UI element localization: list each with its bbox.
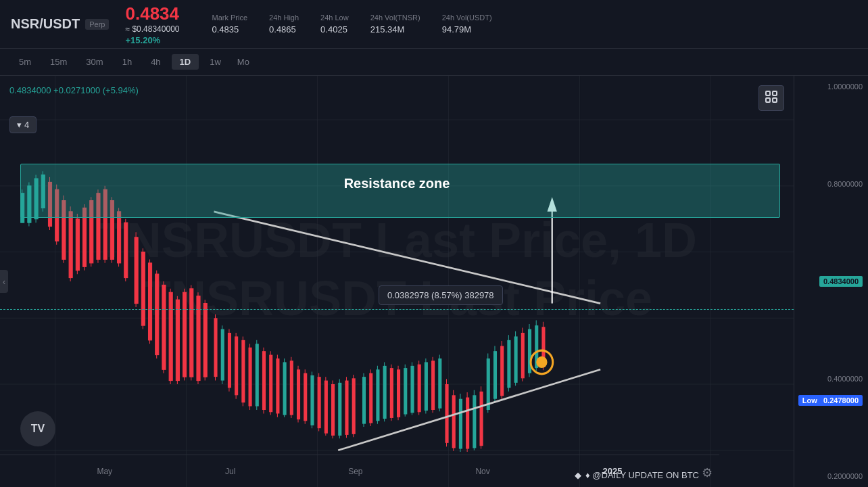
- chevron-down-icon: ▾: [17, 120, 22, 130]
- price-scale: 1.0000000 0.8000000 0.6000000 0.4000000 …: [794, 76, 868, 487]
- stat-high-value: 0.4865: [269, 24, 299, 34]
- fullscreen-button[interactable]: [758, 85, 784, 111]
- current-price: 0.4834: [125, 3, 179, 24]
- stat-vol-tnsr: 24h Vol(TNSR) 215.34M: [370, 14, 420, 34]
- collapse-number: 4: [24, 120, 29, 130]
- tradingview-logo: TV: [20, 411, 55, 446]
- price-level-4: 0.4000000: [800, 375, 863, 383]
- header: NSR/USDT Perp 0.4834 ≈ $0.48340000 +15.2…: [0, 0, 868, 49]
- svg-rect-96: [304, 373, 307, 421]
- tf-1d[interactable]: 1D: [172, 54, 199, 70]
- price-level-2: 0.8000000: [800, 180, 863, 188]
- tf-1h[interactable]: 1h: [114, 54, 140, 70]
- pair-name: NSR/USDT: [11, 16, 80, 32]
- price-usd: ≈ $0.48340000: [125, 24, 179, 34]
- perp-badge: Perp: [85, 19, 109, 30]
- current-price-line: [0, 309, 794, 310]
- price-sub: ≈ $0.48340000 +15.20%: [125, 24, 179, 45]
- chart-main: TNSRUSDT Last Price, 1D TNSRUSDT Last Pr…: [0, 76, 794, 487]
- credit-text: ♦ @DAILY UPDATE ON BTC: [585, 470, 699, 480]
- chart-wrapper: TNSRUSDT Last Price, 1D TNSRUSDT Last Pr…: [0, 76, 868, 487]
- tf-5m[interactable]: 5m: [11, 54, 39, 70]
- tf-15m[interactable]: 15m: [42, 54, 75, 70]
- svg-rect-126: [410, 366, 414, 413]
- svg-rect-148: [487, 358, 490, 410]
- diamond-icon: ◆: [575, 470, 581, 480]
- price-level-5: 0.2000000: [800, 472, 863, 480]
- tf-4h[interactable]: 4h: [143, 54, 168, 70]
- low-price-badge: Low 0.2478000: [798, 395, 863, 406]
- stat-mark-price-label: Mark Price: [212, 14, 247, 22]
- stat-24h-low: 24h Low 0.4025: [320, 14, 349, 34]
- low-label: Low: [802, 396, 817, 404]
- svg-rect-1: [773, 91, 777, 95]
- collapse-button[interactable]: ▾ 4: [9, 116, 37, 133]
- stat-low-value: 0.4025: [320, 24, 349, 34]
- stat-vol-usdt: 24h Vol(USDT) 94.79M: [442, 14, 492, 34]
- left-collapse-arrow[interactable]: ‹: [0, 270, 8, 293]
- resistance-zone: [20, 164, 780, 218]
- svg-rect-0: [766, 91, 770, 95]
- price-tooltip: 0.0382978 (8.57%) 382978: [379, 285, 503, 305]
- svg-rect-50: [141, 252, 145, 326]
- current-price-badge: 0.4834000: [819, 276, 863, 287]
- tv-logo-text: TV: [31, 423, 45, 435]
- candlestick-chart: [0, 76, 794, 487]
- stat-low-label: 24h Low: [320, 14, 349, 22]
- price-level-1: 1.0000000: [800, 83, 863, 91]
- stat-mark-price-value: 0.4835: [212, 24, 247, 34]
- stat-vol-tnsr-value: 215.34M: [370, 24, 420, 34]
- price-change: +15.20%: [125, 35, 179, 45]
- svg-point-171: [536, 356, 547, 368]
- svg-rect-74: [228, 333, 231, 388]
- timeframe-bar: 5m 15m 30m 1h 4h 1D 1w Mo: [0, 49, 868, 76]
- tf-30m[interactable]: 30m: [78, 54, 111, 70]
- chart-settings-icon[interactable]: ⚙: [702, 465, 713, 480]
- svg-rect-88: [276, 358, 279, 413]
- svg-rect-3: [773, 98, 777, 102]
- stat-mark-price: Mark Price 0.4835: [212, 14, 247, 34]
- bottom-credit: ◆ ♦ @DAILY UPDATE ON BTC: [575, 470, 699, 480]
- svg-rect-2: [766, 98, 770, 102]
- stat-high-label: 24h High: [269, 14, 299, 22]
- stat-vol-usdt-label: 24h Vol(USDT): [442, 14, 492, 22]
- pair-info: NSR/USDT Perp: [11, 16, 109, 32]
- svg-rect-64: [190, 289, 193, 377]
- stat-24h-high: 24h High 0.4865: [269, 14, 299, 34]
- tf-1w[interactable]: 1w: [201, 54, 229, 70]
- ohlc-values: 0.4834000 +0.0271000 (+5.94%): [9, 85, 139, 95]
- low-value: 0.2478000: [823, 396, 859, 404]
- stat-group: Mark Price 0.4835 24h High 0.4865 24h Lo…: [212, 14, 491, 34]
- stat-vol-tnsr-label: 24h Vol(TNSR): [370, 14, 420, 22]
- ohlc-overlay: 0.4834000 +0.0271000 (+5.94%): [9, 85, 139, 95]
- price-main-block: 0.4834 ≈ $0.48340000 +15.20%: [125, 3, 179, 45]
- stat-vol-usdt-value: 94.79M: [442, 24, 492, 34]
- tf-more: Mo: [232, 54, 255, 70]
